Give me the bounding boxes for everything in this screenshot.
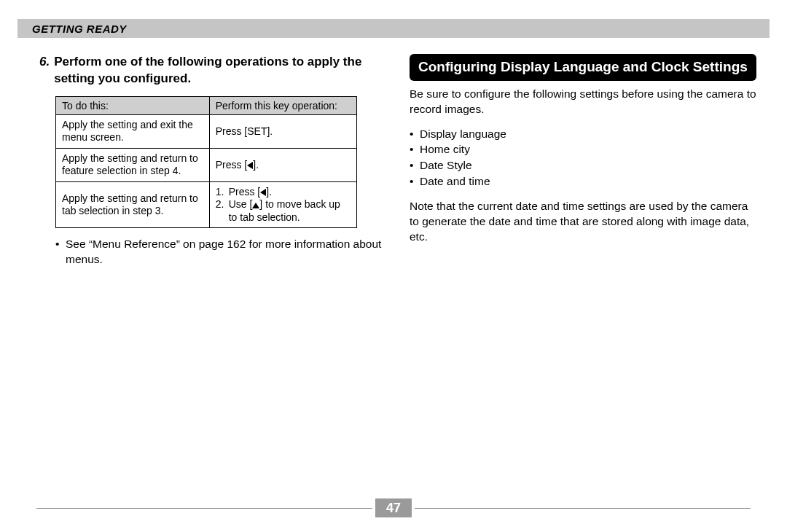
step-number: 6. (39, 54, 54, 87)
table-row: Apply the setting and return to feature … (56, 148, 357, 181)
list-item: •Date and time (410, 173, 756, 189)
table-row: Apply the setting and return to tab sele… (56, 181, 357, 228)
left-column: 6. Perform one of the following operatio… (36, 54, 383, 267)
list-text: Use [] to move back up to tab selection. (229, 198, 351, 224)
bullet-icon: • (410, 141, 420, 157)
list-item-text: Home city (420, 141, 470, 157)
list-item: •Date Style (410, 157, 756, 173)
section-header: GETTING READY (17, 19, 770, 38)
bullet-icon: • (410, 157, 420, 173)
list-text: Press []. (229, 186, 351, 199)
footnote: • See “Menu Reference” on page 162 for m… (55, 237, 383, 267)
footer-line (36, 508, 372, 509)
page-content: 6. Perform one of the following operatio… (36, 54, 756, 267)
op-suffix: ]. (253, 159, 259, 171)
intro-paragraph: Be sure to configure the following setti… (410, 87, 756, 117)
section-heading: Configuring Display Language and Clock S… (410, 54, 756, 81)
table-header-col2: Perform this key operation: (209, 96, 356, 114)
bullet-icon: • (55, 237, 66, 267)
table-cell-action: Apply the setting and return to tab sele… (56, 181, 210, 228)
operations-table: To do this: Perform this key operation: … (55, 96, 357, 229)
up-arrow-icon (252, 203, 259, 208)
list-item-text: Date and time (420, 173, 490, 189)
section-header-text: GETTING READY (32, 23, 127, 35)
page-number: 47 (375, 498, 412, 517)
list-number: 1. (216, 186, 229, 199)
bullet-icon: • (410, 126, 420, 142)
footnote-text: See “Menu Reference” on page 162 for mor… (66, 237, 383, 267)
table-cell-action: Apply the setting and exit the menu scre… (56, 114, 210, 148)
table-cell-op: 1.Press []. 2.Use [] to move back up to … (209, 181, 356, 228)
bullet-icon: • (410, 173, 420, 189)
table-cell-op: Press [SET]. (209, 114, 356, 148)
list-item-text: Display language (420, 126, 506, 142)
table-cell-op: Press []. (209, 148, 356, 181)
list-item: •Home city (410, 141, 756, 157)
list-number: 2. (216, 198, 229, 224)
footer-line (415, 508, 751, 509)
table-cell-action: Apply the setting and return to feature … (56, 148, 210, 181)
op-prefix: Press [ (216, 159, 248, 171)
note-paragraph: Note that the current date and time sett… (410, 199, 756, 245)
table-row: Apply the setting and exit the menu scre… (56, 114, 357, 148)
step-text: Perform one of the following operations … (54, 54, 383, 87)
table-header-col1: To do this: (56, 96, 210, 114)
list-item: •Display language (410, 126, 756, 142)
step-heading: 6. Perform one of the following operatio… (39, 54, 383, 87)
bullet-list: •Display language •Home city •Date Style… (410, 126, 756, 189)
page-footer: 47 (36, 498, 751, 517)
right-column: Configuring Display Language and Clock S… (410, 54, 756, 267)
list-item-text: Date Style (420, 157, 472, 173)
